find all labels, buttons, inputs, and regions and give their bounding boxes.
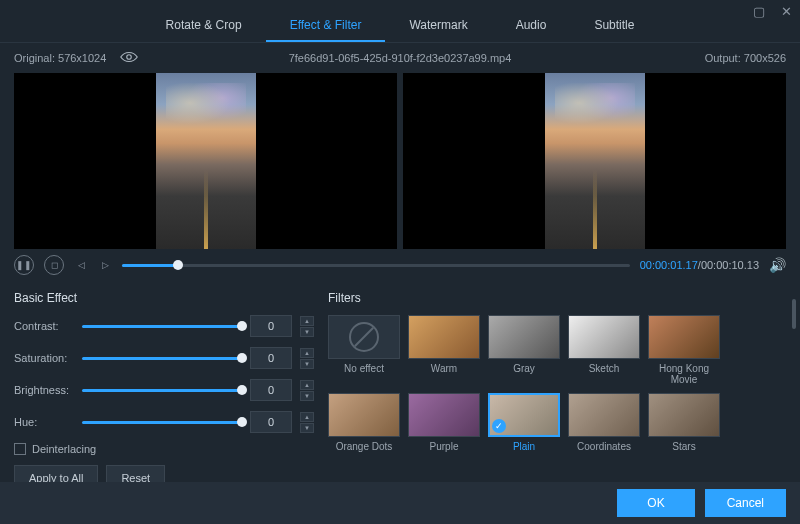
brightness-value[interactable]: 0: [250, 379, 292, 401]
filter-orange-dots[interactable]: Orange Dots: [328, 393, 400, 452]
filter-coordinates[interactable]: Coordinates: [568, 393, 640, 452]
filter-hong-kong[interactable]: Hong Kong Movie: [648, 315, 720, 385]
filter-label: Purple: [430, 441, 459, 452]
filter-label: Sketch: [589, 363, 620, 374]
filter-label: No effect: [344, 363, 384, 374]
filter-label: Stars: [672, 441, 695, 452]
filter-purple[interactable]: Purple: [408, 393, 480, 452]
filter-plain[interactable]: ✓Plain: [488, 393, 560, 452]
next-button[interactable]: ▷: [98, 255, 112, 275]
contrast-down-icon[interactable]: ▼: [300, 327, 314, 337]
close-icon[interactable]: ✕: [781, 4, 792, 19]
ok-button[interactable]: OK: [617, 489, 694, 517]
filename-label: 7fe66d91-06f5-425d-910f-f2d3e0237a99.mp4: [289, 52, 512, 64]
output-dimensions: Output: 700x526: [705, 52, 786, 64]
timeline-slider[interactable]: [122, 264, 630, 267]
hue-down-icon[interactable]: ▼: [300, 423, 314, 433]
brightness-label: Brightness:: [14, 384, 74, 396]
no-effect-icon: [349, 322, 379, 352]
contrast-value[interactable]: 0: [250, 315, 292, 337]
contrast-slider[interactable]: [82, 325, 242, 328]
filters-title: Filters: [328, 291, 786, 305]
contrast-label: Contrast:: [14, 320, 74, 332]
hue-label: Hue:: [14, 416, 74, 428]
filter-label: Plain: [513, 441, 535, 452]
time-total: /00:00:10.13: [698, 259, 759, 271]
minimize-icon[interactable]: ▢: [753, 4, 765, 19]
time-current: 00:00:01.17: [640, 259, 698, 271]
saturation-slider[interactable]: [82, 357, 242, 360]
tab-watermark[interactable]: Watermark: [385, 10, 491, 42]
hue-up-icon[interactable]: ▲: [300, 412, 314, 422]
prev-button[interactable]: ◁: [74, 255, 88, 275]
output-preview: [403, 73, 786, 249]
filter-gray[interactable]: Gray: [488, 315, 560, 385]
saturation-label: Saturation:: [14, 352, 74, 364]
basic-effect-title: Basic Effect: [14, 291, 314, 305]
eye-icon[interactable]: [120, 51, 138, 65]
filter-label: Gray: [513, 363, 535, 374]
filter-warm[interactable]: Warm: [408, 315, 480, 385]
pause-button[interactable]: ❚❚: [14, 255, 34, 275]
saturation-up-icon[interactable]: ▲: [300, 348, 314, 358]
filter-label: Orange Dots: [336, 441, 393, 452]
filter-stars[interactable]: Stars: [648, 393, 720, 452]
brightness-up-icon[interactable]: ▲: [300, 380, 314, 390]
original-dimensions: Original: 576x1024: [14, 52, 106, 64]
saturation-value[interactable]: 0: [250, 347, 292, 369]
tab-bar: Rotate & Crop Effect & Filter Watermark …: [0, 0, 800, 43]
volume-icon[interactable]: 🔊: [769, 257, 786, 273]
filter-label: Coordinates: [577, 441, 631, 452]
brightness-down-icon[interactable]: ▼: [300, 391, 314, 401]
brightness-slider[interactable]: [82, 389, 242, 392]
check-icon: ✓: [492, 419, 506, 433]
filter-sketch[interactable]: Sketch: [568, 315, 640, 385]
deinterlacing-checkbox[interactable]: [14, 443, 26, 455]
stop-button[interactable]: ◻: [44, 255, 64, 275]
hue-value[interactable]: 0: [250, 411, 292, 433]
filter-no-effect[interactable]: No effect: [328, 315, 400, 385]
contrast-up-icon[interactable]: ▲: [300, 316, 314, 326]
original-preview: [14, 73, 397, 249]
filter-label: Hong Kong Movie: [648, 363, 720, 385]
cancel-button[interactable]: Cancel: [705, 489, 786, 517]
hue-slider[interactable]: [82, 421, 242, 424]
filter-label: Warm: [431, 363, 457, 374]
svg-point-0: [127, 55, 132, 60]
filters-scrollbar[interactable]: [792, 299, 796, 329]
tab-audio[interactable]: Audio: [492, 10, 571, 42]
time-display: 00:00:01.17/00:00:10.13: [640, 259, 759, 271]
deinterlacing-label: Deinterlacing: [32, 443, 96, 455]
saturation-down-icon[interactable]: ▼: [300, 359, 314, 369]
tab-effect-filter[interactable]: Effect & Filter: [266, 10, 386, 42]
tab-rotate-crop[interactable]: Rotate & Crop: [142, 10, 266, 42]
tab-subtitle[interactable]: Subtitle: [570, 10, 658, 42]
